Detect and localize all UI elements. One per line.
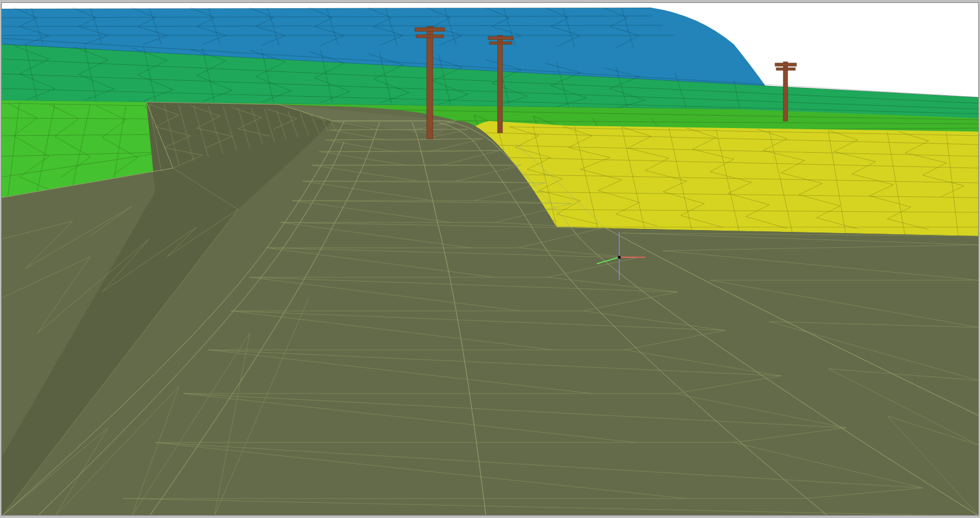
svg-rect-0 [427, 27, 433, 139]
3d-viewport[interactable] [1, 2, 979, 516]
svg-rect-7 [775, 63, 796, 66]
svg-rect-6 [783, 62, 788, 121]
svg-rect-5 [489, 42, 512, 44]
svg-rect-4 [488, 37, 513, 40]
svg-point-13 [618, 256, 621, 259]
svg-rect-1 [415, 28, 445, 31]
svg-rect-2 [416, 35, 443, 38]
svg-rect-8 [776, 68, 795, 70]
svg-rect-3 [498, 35, 502, 133]
